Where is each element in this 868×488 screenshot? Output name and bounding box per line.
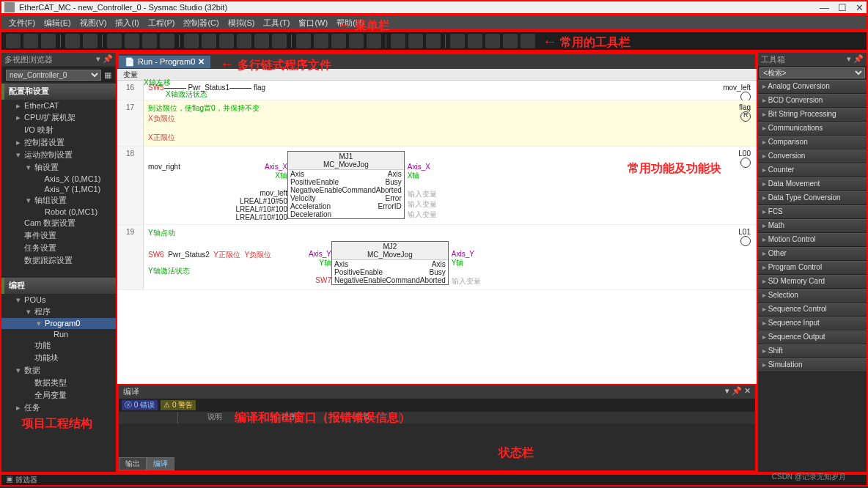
function-block-mj2[interactable]: MJ2MC_MoveJog AxisAxis PositiveEnableBus… [331, 241, 449, 285]
toolbox-category[interactable]: Comparison [758, 136, 867, 149]
rung-body[interactable]: Y轴点动 SW6 Pwr_Status2 Y正限位 Y负限位 Y轴激活状态 Ax… [144, 225, 757, 289]
minimize-button[interactable]: — [820, 2, 829, 13]
tree-node[interactable]: ▸ 任务 [1, 402, 116, 414]
section-config[interactable]: 配置和设置 [1, 84, 116, 100]
toolbox-category[interactable]: Data Type Conversion [758, 191, 867, 205]
tool-button[interactable] [314, 34, 328, 48]
menu-tool[interactable]: 工具(T) [259, 16, 294, 30]
toolbox-category[interactable]: Data Movement [758, 177, 867, 191]
tree-node[interactable]: Axis_X (0,MC1) [1, 174, 116, 184]
tree-node[interactable]: Cam 数据设置 [1, 217, 116, 229]
toolbox-category[interactable]: Selection [758, 289, 867, 303]
tree-node[interactable]: ▾ 运动控制设置 [1, 149, 116, 161]
tree-node[interactable]: 全局变量 [1, 389, 116, 402]
close-button[interactable]: ✕ [856, 2, 864, 13]
tree-node[interactable]: Robot (0,MC1) [1, 207, 116, 217]
tree-node[interactable]: 功能 [1, 339, 116, 352]
filter-toggle[interactable]: ▣ 筛选器 [6, 475, 37, 485]
toolbox-category[interactable]: Conversion [758, 149, 867, 163]
toolbox-category[interactable]: Analog Conversion [758, 80, 867, 94]
rung-body[interactable]: 到达限位，使flag置0，并保持不变 X负限位 X正限位 flagR [144, 100, 757, 146]
ladder-canvas[interactable]: 变量 16 X轴左移 SW5 Pwr_Status1 flag X轴激活状态 m… [117, 69, 757, 384]
tree-node[interactable]: ▾ Program0 [1, 318, 116, 329]
tree-node[interactable]: Run [1, 329, 116, 339]
tool-button[interactable] [125, 34, 139, 48]
tool-button[interactable] [272, 34, 287, 48]
section-programming[interactable]: 编程 [1, 278, 116, 294]
tool-button[interactable] [521, 34, 535, 48]
maximize-button[interactable]: ☐ [838, 2, 847, 13]
toolbox-category[interactable]: BCD Conversion [758, 94, 867, 108]
toolbox-category[interactable]: Communications [758, 122, 867, 136]
toolbox-category[interactable]: FCS [758, 205, 867, 219]
tool-button[interactable] [142, 34, 157, 48]
toolbox-category[interactable]: Sequence Input [758, 317, 867, 330]
toolbox-category[interactable]: Counter [758, 163, 867, 177]
rung-body[interactable]: mov_right Axis_X X轴 mov_left LREAL#10#50… [144, 147, 757, 224]
tool-button[interactable] [237, 34, 251, 48]
tree-node[interactable]: ▸ EtherCAT [1, 100, 116, 111]
tool-button[interactable] [450, 34, 465, 48]
tool-button[interactable] [65, 34, 80, 48]
error-count[interactable]: ⓧ 0 错误 [122, 400, 158, 410]
tool-button[interactable] [254, 34, 269, 48]
tab-compile[interactable]: 编译 [147, 457, 174, 470]
tool-button[interactable] [6, 34, 21, 48]
tool-button[interactable] [367, 34, 381, 48]
tool-button[interactable] [485, 34, 500, 48]
menu-controller[interactable]: 控制器(C) [179, 16, 223, 30]
toolbox-category[interactable]: Program Control [758, 261, 867, 275]
pane-pin-icon[interactable]: ▾ 📌 [847, 54, 864, 64]
tree-node[interactable]: 事件设置 [1, 229, 116, 242]
menu-help[interactable]: 帮助(H) [332, 16, 368, 30]
tool-button[interactable] [331, 34, 346, 48]
tab-close-icon[interactable]: ✕ [198, 57, 205, 67]
tree-node[interactable]: 数据类型 [1, 377, 116, 389]
menu-window[interactable]: 窗口(W) [294, 16, 332, 30]
output-body[interactable] [119, 424, 755, 457]
menu-file[interactable]: 文件(F) [4, 16, 40, 30]
tool-button[interactable] [41, 34, 56, 48]
tool-button[interactable] [23, 34, 38, 48]
menu-edit[interactable]: 编辑(E) [40, 16, 76, 30]
tab-output[interactable]: 输出 [119, 457, 147, 470]
menu-project[interactable]: 工程(P) [144, 16, 180, 30]
tab-run-program0[interactable]: 📄 Run - Program0 ✕ [119, 56, 210, 68]
tool-button[interactable] [503, 34, 518, 48]
tool-button[interactable] [426, 34, 441, 48]
toolbox-category[interactable]: Other [758, 247, 867, 261]
tool-button[interactable] [468, 34, 482, 48]
tool-button[interactable] [202, 34, 216, 48]
tool-button[interactable] [391, 34, 405, 48]
function-block-mj1[interactable]: MJ1MC_MoveJog AxisAxis PositiveEnableBus… [287, 151, 405, 219]
tree-node[interactable]: ▸ CPU/扩展机架 [1, 111, 116, 124]
tool-button[interactable] [83, 34, 98, 48]
menu-insert[interactable]: 插入(I) [111, 16, 143, 30]
tree-node[interactable]: ▸ 控制器设置 [1, 136, 116, 149]
tree-node[interactable]: ▾ 程序 [1, 306, 116, 318]
warning-count[interactable]: ⚠ 0 警告 [161, 400, 196, 410]
toolbox-category[interactable]: Sequence Output [758, 330, 867, 344]
controller-selector[interactable]: new_Controller_0▦ [3, 67, 114, 82]
tool-button[interactable] [160, 34, 174, 48]
tree-node[interactable]: ▾ POUs [1, 295, 116, 306]
toolbox-category[interactable]: Motion Control [758, 233, 867, 247]
pane-pin-icon[interactable]: ▾ 📌 [96, 54, 113, 64]
tool-button[interactable] [349, 34, 364, 48]
tree-node[interactable]: ▾ 轴组设置 [1, 194, 116, 207]
tool-button[interactable] [184, 34, 199, 48]
toolbox-category[interactable]: Sequence Control [758, 303, 867, 317]
tree-node[interactable]: 功能块 [1, 352, 116, 364]
tree-node[interactable]: 数据跟踪设置 [1, 254, 116, 267]
tool-button[interactable] [107, 34, 122, 48]
tree-node[interactable]: ▾ 轴设置 [1, 161, 116, 174]
menu-view[interactable]: 视图(V) [76, 16, 111, 30]
toolbox-category[interactable]: SD Memory Card [758, 275, 867, 289]
pane-controls[interactable]: ▾ 📌 ✕ [725, 386, 751, 398]
toolbox-category[interactable]: Shift [758, 344, 867, 358]
tree-node[interactable]: 任务设置 [1, 242, 116, 254]
toolbox-category[interactable]: Math [758, 219, 867, 233]
tool-button[interactable] [408, 34, 423, 48]
tree-node[interactable]: I/O 映射 [1, 124, 116, 136]
tree-node[interactable]: ▾ 数据 [1, 364, 116, 377]
